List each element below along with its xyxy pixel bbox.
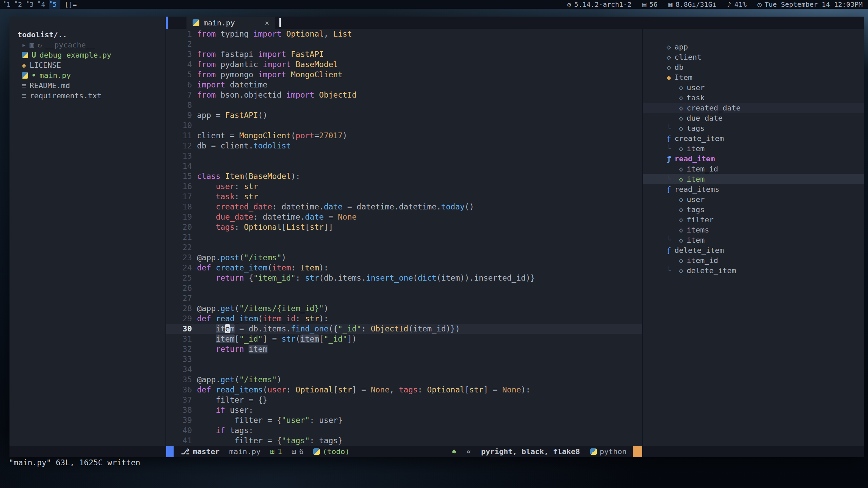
code-line-12[interactable]: 12db = client.todolist xyxy=(166,141,642,151)
symbol-tags[interactable]: └◇tags xyxy=(643,123,864,133)
code-line-20[interactable]: 20 tags: Optional[List[str]] xyxy=(166,222,642,232)
symbol-Item[interactable]: ◆Item xyxy=(643,72,864,82)
symbol-due_date[interactable]: ◇due_date xyxy=(643,113,864,123)
code-line-4[interactable]: 4from pydantic import BaseModel xyxy=(166,59,642,69)
symbol-item[interactable]: └◇item xyxy=(643,174,864,184)
buffer-count[interactable]: ⊡6 xyxy=(292,447,304,456)
treesitter-status[interactable]: ♠ xyxy=(452,447,456,456)
code-line-23[interactable]: 23@app.post("/items") xyxy=(166,252,642,263)
symbol-item[interactable]: └◇item xyxy=(643,143,864,154)
code-line-5[interactable]: 5from pymongo import MongoClient xyxy=(166,69,642,80)
symbol-read_item[interactable]: ƒread_item xyxy=(643,154,864,164)
symbol-item_id[interactable]: ◇item_id xyxy=(643,164,864,174)
workspace-3[interactable]: 3 xyxy=(26,0,37,9)
code-line-38[interactable]: 38 if user: xyxy=(166,405,642,415)
symbol-client[interactable]: ◇client xyxy=(643,52,864,62)
code-line-7[interactable]: 7from bson.objectid import ObjectId xyxy=(166,90,642,100)
code-line-8[interactable]: 8 xyxy=(166,100,642,110)
lsp-status[interactable]: ∝ xyxy=(467,447,471,456)
symbol-app[interactable]: ◇app xyxy=(643,42,864,52)
code-line-10[interactable]: 10 xyxy=(166,120,642,130)
code-line-9[interactable]: 9app = FastAPI() xyxy=(166,110,642,120)
tree-item-__pycache__[interactable]: ▸▣↻__pycache__ xyxy=(9,40,165,50)
code-line-34[interactable]: 34 xyxy=(166,364,642,374)
code-line-40[interactable]: 40 if tags: xyxy=(166,425,642,435)
tree-item-requirements.txt[interactable]: ≡requirements.txt xyxy=(9,90,165,101)
tab-main-py[interactable]: main.py × xyxy=(186,17,275,29)
code-line-21[interactable]: 21 xyxy=(166,232,642,242)
code-line-6[interactable]: 6import datetime xyxy=(166,80,642,90)
code-line-11[interactable]: 11client = MongoClient(port=27017) xyxy=(166,130,642,141)
code-line-32[interactable]: 32 return item xyxy=(166,344,642,354)
code-line-29[interactable]: 29def read_item(item_id: str): xyxy=(166,313,642,324)
code-line-26[interactable]: 26 xyxy=(166,283,642,293)
filetype[interactable]: python xyxy=(590,447,627,456)
token: , xyxy=(390,385,399,394)
code-line-22[interactable]: 22 xyxy=(166,242,642,252)
code-line-31[interactable]: 31 item["_id"] = str(item["_id"]) xyxy=(166,334,642,344)
tree-item-LICENSE[interactable]: ◈LICENSE xyxy=(9,60,165,70)
token: "item_id" xyxy=(253,273,296,282)
token: : xyxy=(235,223,244,231)
code-line-3[interactable]: 3from fastapi import FastAPI xyxy=(166,49,642,59)
symbol-task[interactable]: ◇task xyxy=(643,93,864,103)
code-line-14[interactable]: 14 xyxy=(166,161,642,171)
git-branch[interactable]: ⎇master xyxy=(181,447,220,456)
code-line-17[interactable]: 17 task: str xyxy=(166,191,642,202)
code-line-27[interactable]: 27 xyxy=(166,293,642,303)
workspace-2[interactable]: 2 xyxy=(14,0,26,9)
token: ( xyxy=(239,253,244,262)
code-line-16[interactable]: 16 user: str xyxy=(166,181,642,191)
symbol-delete_item[interactable]: ƒdelete_item xyxy=(643,245,864,255)
symbol-tags[interactable]: ◇tags xyxy=(643,204,864,215)
lsp-servers[interactable]: pyright, black, flake8 xyxy=(481,447,580,456)
symbol-filter[interactable]: ◇filter xyxy=(643,215,864,225)
highlighted-word: item xyxy=(300,334,319,343)
token: : xyxy=(418,385,427,394)
symbol-db[interactable]: ◇db xyxy=(643,62,864,72)
code-line-37[interactable]: 37 filter = {} xyxy=(166,395,642,405)
code-line-36[interactable]: 36def read_items(user: Optional[str] = N… xyxy=(166,385,642,395)
token xyxy=(244,345,249,353)
layout-indicator[interactable]: []= xyxy=(64,0,77,8)
tree-root[interactable]: todolist/.. xyxy=(9,29,165,40)
code-line-18[interactable]: 18 created_date: datetime.date = datetim… xyxy=(166,202,642,212)
tree-item-debug_example.py[interactable]: Udebug_example.py xyxy=(9,50,165,60)
code-line-13[interactable]: 13 xyxy=(166,151,642,161)
code-line-30[interactable]: 30 item = db.items.find_one({"_id": Obje… xyxy=(166,324,642,334)
code-line-1[interactable]: 1from typing import Optional, List xyxy=(166,29,642,39)
code-line-28[interactable]: 28@app.get("/items/{item_id}") xyxy=(166,303,642,313)
code-text: @app.get("/items/{item_id}") xyxy=(192,304,329,313)
statusline-filename[interactable]: main.py xyxy=(229,447,261,456)
tree-item-README.md[interactable]: ≡README.md xyxy=(9,80,165,90)
git-added-count[interactable]: ⊞1 xyxy=(270,447,282,456)
symbol-read_items[interactable]: ƒread_items xyxy=(643,184,864,194)
token: @app. xyxy=(197,304,220,313)
tab-close-button[interactable]: × xyxy=(265,19,269,27)
symbol-user[interactable]: ◇user xyxy=(643,82,864,93)
symbol-item_id[interactable]: ◇item_id xyxy=(643,255,864,265)
code-line-15[interactable]: 15class Item(BaseModel): xyxy=(166,171,642,181)
workspace-4[interactable]: 4 xyxy=(37,0,49,9)
code-line-39[interactable]: 39 filter = {"user": user} xyxy=(166,415,642,425)
code-line-41[interactable]: 41 filter = {"tags": tags} xyxy=(166,435,642,446)
workspace-5[interactable]: 5 xyxy=(49,0,60,9)
workspace-1[interactable]: 1 xyxy=(3,0,14,9)
tree-item-main.py[interactable]: •main.py xyxy=(9,70,165,80)
editor[interactable]: 1from typing import Optional, List23from… xyxy=(166,29,642,446)
symbol-user[interactable]: ◇user xyxy=(643,194,864,204)
symbol-created_date[interactable]: ◇created_date xyxy=(643,103,864,113)
python-venv[interactable]: (todo) xyxy=(313,447,350,456)
code-line-2[interactable]: 2 xyxy=(166,39,642,49)
symbol-item[interactable]: └◇item xyxy=(643,235,864,245)
code-line-35[interactable]: 35@app.get("/items") xyxy=(166,374,642,385)
symbol-delete_item[interactable]: └◇delete_item xyxy=(643,265,864,276)
code-line-24[interactable]: 24def create_item(item: Item): xyxy=(166,263,642,273)
symbol-items[interactable]: ◇items xyxy=(643,225,864,235)
token xyxy=(197,334,216,343)
symbol-create_item[interactable]: ƒcreate_item xyxy=(643,133,864,143)
code-line-19[interactable]: 19 due_date: datetime.date = None xyxy=(166,212,642,222)
code-line-25[interactable]: 25 return {"item_id": str(db.items.inser… xyxy=(166,273,642,283)
token: : datetime. xyxy=(272,202,324,211)
code-line-33[interactable]: 33 xyxy=(166,354,642,364)
